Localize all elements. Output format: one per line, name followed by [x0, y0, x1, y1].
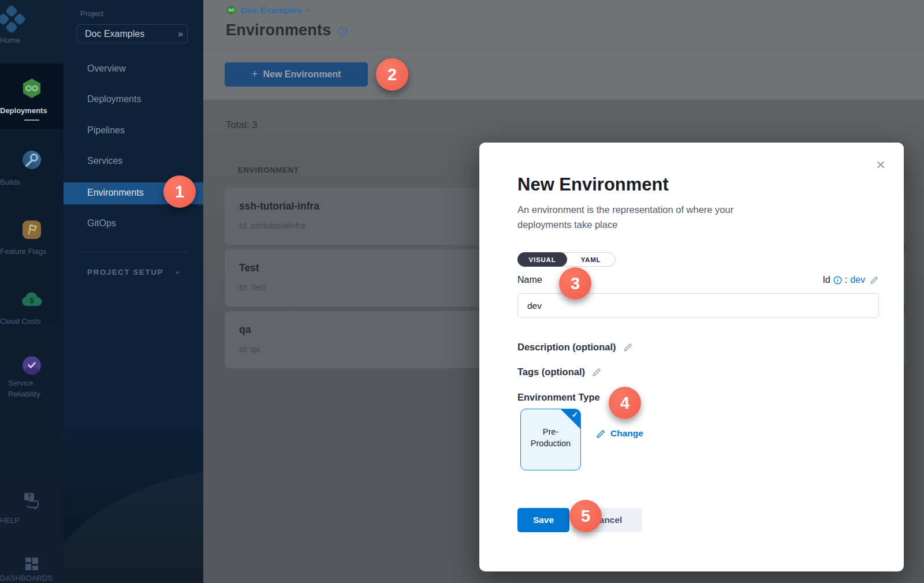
sidebar-item-dashboards-label: DASHBOARDS: [0, 574, 64, 582]
deployments-active-underline: [24, 119, 39, 121]
new-environment-button-label: New Environment: [263, 69, 341, 80]
sidebar-item-help[interactable]: ?: [0, 492, 64, 511]
environment-type-label: Environment Type: [517, 392, 600, 403]
annotation-badge-4: 4: [609, 387, 641, 419]
visual-yaml-toggle: VISUAL YAML: [517, 252, 616, 267]
environment-id: Id: sshtutorialinfra: [239, 221, 305, 230]
sidebar-item-dashboards[interactable]: [0, 556, 64, 574]
environment-name: ssh-tutorial-infra: [239, 200, 319, 212]
sidebar-item-deployments-label: Deployments: [0, 106, 64, 115]
tab-visual[interactable]: VISUAL: [517, 252, 567, 267]
sidebar-item-cloud-costs-label: Cloud Costs: [0, 317, 64, 326]
modal-title: New Environment: [517, 174, 669, 195]
sidebar-item-home-label: Home: [0, 36, 64, 44]
annotation-badge-2: 2: [376, 58, 408, 91]
modal-subtitle: An environment is the representation of …: [517, 202, 748, 232]
description-row[interactable]: Description (optional): [517, 342, 633, 353]
project-selector[interactable]: Doc Examples »: [77, 24, 188, 43]
sidebar-item-cloud-costs[interactable]: $: [0, 290, 64, 311]
id-value-link[interactable]: dev: [850, 275, 865, 285]
annotation-badge-3: 3: [559, 267, 591, 300]
project-hexagon-icon: [226, 5, 237, 16]
edit-pencil-icon: [596, 429, 606, 439]
divider: [203, 99, 924, 100]
page-title: Environments: [226, 21, 331, 39]
annotation-badge-5: 5: [569, 500, 602, 532]
expand-chevron-icon[interactable]: »: [178, 29, 182, 39]
project-name: Doc Examples: [85, 29, 178, 39]
column-header-environment: ENVIRONMENT: [238, 166, 299, 174]
builds-icon: [22, 150, 42, 170]
environment-type-row: Environment Type: [517, 392, 600, 403]
id-separator: :: [845, 275, 847, 285]
chevron-down-icon[interactable]: ⌄: [174, 266, 181, 276]
new-environment-modal: ✕ New Environment An environment is the …: [479, 143, 904, 571]
tags-label: Tags (optional): [517, 367, 585, 378]
dashboards-icon: [24, 556, 39, 571]
sidebar-item-overview[interactable]: Overview: [87, 63, 126, 74]
tab-yaml[interactable]: YAML: [566, 252, 616, 267]
environment-type-value: Pre-Production: [521, 426, 580, 449]
sidebar-item-environments-label: Environments: [87, 188, 144, 198]
feature-flags-icon: [21, 219, 42, 240]
id-row: Id : dev: [822, 275, 879, 285]
sidebar-item-builds-label: Builds: [0, 178, 64, 186]
sidebar-item-deployments[interactable]: [0, 77, 64, 102]
new-environment-button[interactable]: + New Environment: [225, 62, 368, 87]
description-label: Description (optional): [517, 342, 616, 353]
environment-type-card-pre-production[interactable]: Pre-Production ✓: [520, 409, 581, 470]
environment-id: Id: Test: [239, 283, 266, 292]
change-link-label: Change: [610, 428, 643, 439]
sidebar-item-service-reliability[interactable]: [0, 356, 64, 378]
annotation-badge-1: 1: [163, 175, 196, 208]
sidebar-item-project-deployments[interactable]: Deployments: [87, 94, 141, 104]
edit-pencil-icon[interactable]: [870, 275, 879, 285]
change-link[interactable]: Change: [596, 428, 643, 439]
service-reliability-icon: [22, 356, 42, 375]
plus-icon: +: [251, 68, 258, 80]
module-nav: Home Deployments Builds: [0, 0, 64, 583]
sidebar-item-help-label: HELP: [0, 516, 64, 525]
sidebar-item-gitops[interactable]: GitOps: [87, 218, 116, 229]
sidebar-item-feature-flags[interactable]: [0, 219, 64, 242]
environment-name: qa: [239, 324, 251, 336]
tags-row[interactable]: Tags (optional): [517, 367, 602, 378]
deployments-icon: [21, 77, 43, 99]
breadcrumb: Doc Examples >: [226, 5, 311, 16]
id-prefix: Id: [822, 275, 830, 285]
close-icon[interactable]: ✕: [875, 160, 886, 171]
project-setup-toggle[interactable]: PROJECT SETUP: [87, 268, 163, 276]
divider: [81, 252, 188, 252]
breadcrumb-link[interactable]: Doc Examples: [241, 5, 302, 16]
divider: [203, 49, 924, 50]
sidebar-item-home[interactable]: [0, 7, 64, 32]
sidebar-item-pipelines[interactable]: Pipelines: [87, 125, 125, 136]
info-icon[interactable]: [833, 276, 842, 285]
cloud-costs-icon: $: [21, 290, 43, 309]
project-nav: Project Doc Examples » Overview Deployme…: [64, 0, 203, 583]
sidebar-item-service-reliability-label: Service Reliability: [0, 378, 64, 399]
help-icon: ?: [23, 492, 41, 509]
sidebar-item-services[interactable]: Services: [87, 156, 122, 166]
edit-pencil-icon[interactable]: [592, 367, 602, 377]
screen: Home Deployments Builds: [0, 0, 924, 583]
project-section-label: Project: [80, 9, 103, 18]
edit-pencil-icon[interactable]: [623, 342, 633, 352]
environment-name: Test: [239, 262, 259, 274]
svg-text:?: ?: [27, 493, 31, 500]
home-icon: [0, 5, 28, 38]
total-count: Total: 3: [226, 119, 258, 131]
svg-text:$: $: [29, 296, 34, 305]
name-label: Name: [517, 275, 542, 285]
sidebar-item-feature-flags-label: Feature Flags: [0, 247, 64, 256]
check-icon: ✓: [572, 410, 578, 419]
chevron-right-icon: >: [306, 6, 311, 15]
info-icon[interactable]: [338, 27, 348, 36]
environment-id: Id: qa: [239, 345, 260, 354]
save-button[interactable]: Save: [517, 508, 569, 532]
sidebar-item-builds[interactable]: [0, 150, 64, 172]
